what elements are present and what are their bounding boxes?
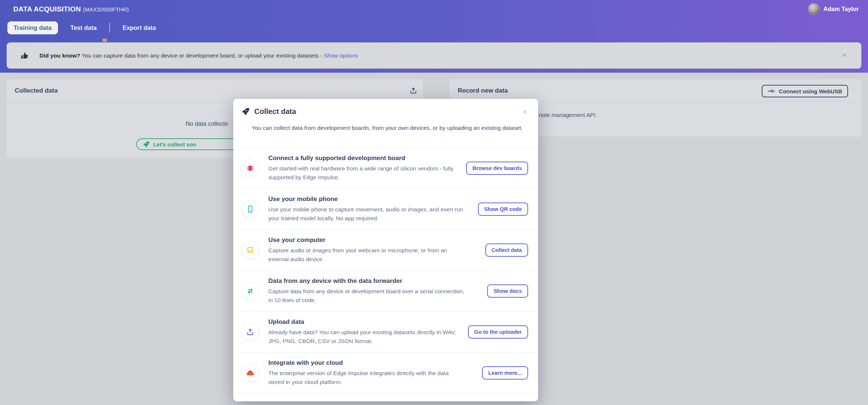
collect-option-text: Use your mobile phone Use your mobile ph… [268,195,466,223]
phone-icon [241,200,259,218]
collect-option-description: Get started with real hardware from a wi… [268,164,466,182]
collect-option-connect-a-fully-supported-development-board: Connect a fully supported development bo… [233,148,538,188]
collect-data-button[interactable]: Collect data [485,243,528,257]
user-name[interactable]: Adam Taylor [823,6,859,13]
show-options-link[interactable]: Show options [324,52,358,59]
collect-option-integrate-with-your-cloud: Integrate with your cloud The enterprise… [233,352,538,393]
tab-training-data[interactable]: Training data [7,21,58,34]
collect-option-title: Use your mobile phone [268,195,466,203]
modal-header: Collect data × [233,99,538,120]
collect-options-list: Connect a fully supported development bo… [233,148,538,393]
collect-option-description: Capture data from any device or developm… [268,287,466,305]
usb-icon [768,88,776,94]
upload-tray-icon[interactable] [409,86,418,95]
record-new-data-title: Record new data [458,87,508,94]
collect-option-upload-data: Upload data Already have data? You can u… [233,311,538,352]
upload-icon [241,323,259,341]
collect-option-data-from-any-device-with-the-data-forwarder: Data from any device with the data forwa… [233,270,538,311]
banner-close-icon[interactable]: × [842,51,847,59]
collect-option-title: Data from any device with the data forwa… [268,277,466,285]
modal-subtitle: You can collect data from development bo… [252,125,529,131]
collect-option-text: Connect a fully supported development bo… [268,155,466,182]
thumbs-up-icon [20,51,29,60]
collect-option-text: Use your computer Capture audio or image… [268,236,466,264]
collect-option-text: Upload data Already have data? You can u… [268,318,466,346]
tab-test-data[interactable]: Test data [70,24,97,31]
browse-dev-boards-button[interactable]: Browse dev boards [466,162,528,175]
avatar[interactable] [808,3,820,15]
data-forwarder-icon [241,282,259,300]
rocket-icon [241,107,249,115]
lets-collect-data-button[interactable]: Let's collect son [136,138,247,150]
modal-close-icon[interactable]: × [523,108,527,116]
collect-data-modal: Collect data × You can collect data from… [233,99,538,401]
modal-title: Collect data [254,107,296,116]
collect-option-description: Already have data? You can upload your e… [268,328,466,346]
did-you-know-banner: Did you know? You can capture data from … [7,42,861,69]
collect-option-use-your-computer: Use your computer Capture audio or image… [233,229,538,270]
chip-icon [241,159,259,177]
collect-option-text: Integrate with your cloud The enterprise… [268,359,466,387]
collect-option-title: Upload data [268,318,466,326]
tab-export-data[interactable]: Export data [123,24,156,31]
rocket-icon [143,141,149,148]
connect-webusb-button[interactable]: Connect using WebUSB [762,85,848,97]
tab-divider [109,23,110,32]
collect-option-text: Data from any device with the data forwa… [268,277,466,305]
data-tabs: Training data Test data Export data [7,21,156,34]
notification-dot [103,39,107,42]
banner-text: Did you know? You can capture data from … [39,52,358,59]
remote-management-text: note management API. [539,112,597,118]
show-qr-code-button[interactable]: Show QR code [478,202,528,216]
collect-option-use-your-mobile-phone: Use your mobile phone Use your mobile ph… [233,188,538,229]
collect-option-description: Capture audio or images from your webcam… [268,246,466,264]
no-data-text: No data collecte [186,121,228,127]
collect-option-description: The enterprise version of Edge Impulse i… [268,369,466,387]
collect-option-title: Connect a fully supported development bo… [268,155,466,162]
collected-data-title: Collected data [15,87,58,94]
learn-more-button[interactable]: Learn more... [482,366,528,380]
collect-option-title: Use your computer [268,236,466,244]
modal-footer [233,393,538,398]
page-title: DATA ACQUISITION (MAX32650FTHR) [13,5,129,13]
show-docs-button[interactable]: Show docs [487,284,528,298]
collect-option-description: Use your mobile phone to capture movemen… [268,205,466,223]
collect-option-title: Integrate with your cloud [268,359,466,367]
go-to-the-uploader-button[interactable]: Go to the uploader [468,325,528,339]
project-name: (MAX32650FTHR) [83,6,129,13]
cloud-icon [241,364,259,382]
laptop-icon [241,241,259,259]
